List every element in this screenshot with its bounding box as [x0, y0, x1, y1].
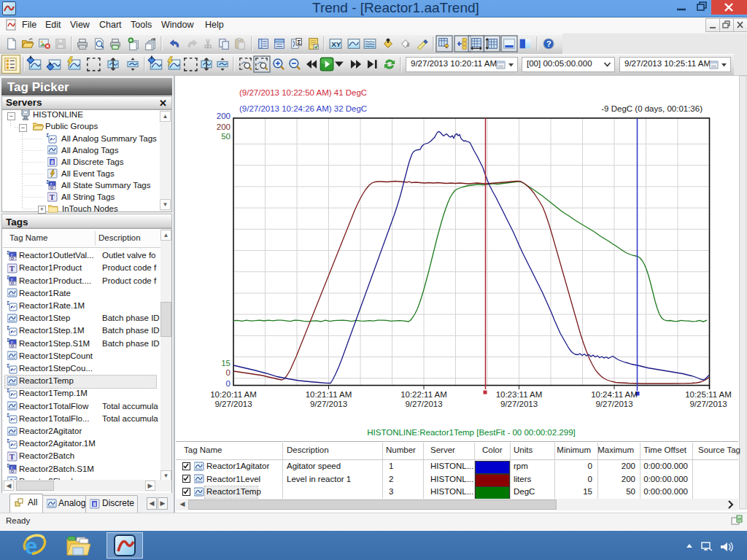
- svg-text:200: 200: [217, 122, 231, 131]
- svg-text:(9/27/2013 10:24:26 AM) 32 Deg: (9/27/2013 10:24:26 AM) 32 DegC: [239, 104, 367, 113]
- svg-text:(9/27/2013 10:22:50 AM) 41 Deg: (9/27/2013 10:22:50 AM) 41 DegC: [239, 88, 367, 97]
- svg-text:0: 0: [226, 368, 231, 377]
- svg-text:9/27/2013: 9/27/2013: [405, 400, 442, 408]
- svg-text:9/27/2013: 9/27/2013: [500, 400, 538, 408]
- svg-text:10:20:11 AM: 10:20:11 AM: [210, 390, 257, 399]
- svg-text:200: 200: [217, 112, 231, 120]
- svg-text:10:24:11 AM: 10:24:11 AM: [591, 390, 638, 399]
- svg-text:0: 0: [226, 379, 231, 388]
- svg-text:15: 15: [221, 359, 231, 368]
- svg-text:50: 50: [221, 132, 231, 141]
- svg-text:9/27/2013: 9/27/2013: [214, 400, 252, 408]
- svg-text:9/27/2013: 9/27/2013: [689, 400, 727, 408]
- svg-text:10:22:11 AM: 10:22:11 AM: [400, 390, 447, 399]
- svg-text:10:21:11 AM: 10:21:11 AM: [306, 390, 352, 399]
- svg-text:10:25:11 AM: 10:25:11 AM: [685, 390, 732, 399]
- svg-text:9/27/2013: 9/27/2013: [595, 400, 632, 408]
- svg-text:10:23:11 AM: 10:23:11 AM: [496, 390, 543, 399]
- svg-text:-9 DegC (0 days, 00:01:36): -9 DegC (0 days, 00:01:36): [601, 104, 703, 113]
- svg-text:9/27/2013: 9/27/2013: [310, 400, 347, 408]
- svg-text:HISTONLINE:Reactor1Temp [BestF: HISTONLINE:Reactor1Temp [BestFit - 00 00…: [367, 428, 576, 437]
